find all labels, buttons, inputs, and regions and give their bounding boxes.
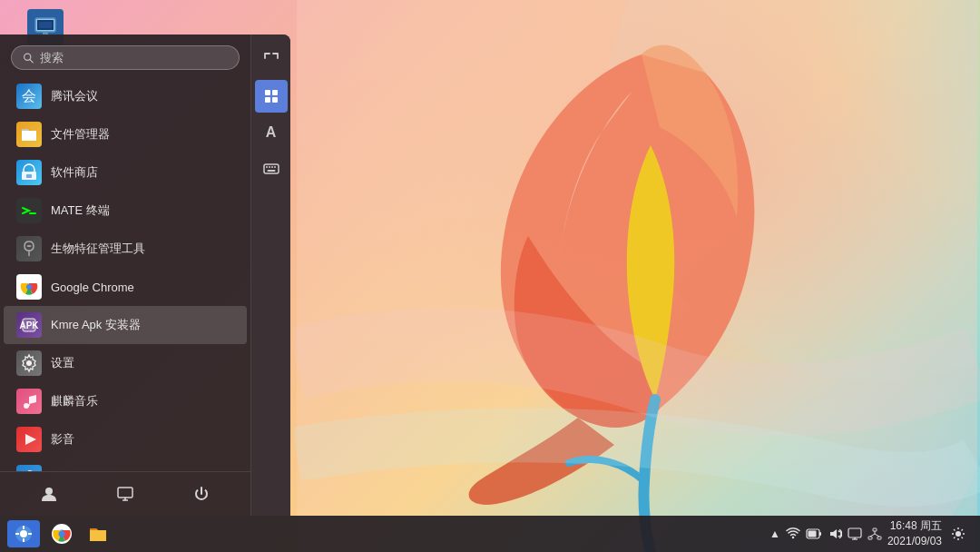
svg-marker-24: [25, 434, 36, 445]
taskbar-chrome[interactable]: [45, 518, 78, 550]
expand-icon: [263, 52, 279, 68]
taskbar: ▲: [0, 516, 980, 552]
svg-point-65: [956, 531, 961, 537]
app-label-settings: 设置: [51, 355, 74, 371]
svg-text:会: 会: [22, 88, 36, 104]
network-icon[interactable]: [867, 527, 882, 541]
svg-line-64: [875, 534, 879, 537]
app-icon-tencent-meeting: 会: [16, 84, 42, 109]
tray-overflow-icon[interactable]: ▲: [769, 527, 780, 540]
menu-bottom-bar: [0, 471, 250, 516]
app-label-tencent-meeting: 腾讯会议: [51, 88, 98, 104]
app-item-updater[interactable]: 软件更新器: [4, 458, 247, 471]
wallpaper: [294, 0, 980, 552]
monitor-icon: [116, 485, 134, 503]
svg-line-72: [962, 529, 964, 531]
svg-rect-60: [868, 537, 872, 539]
clock-time: 16:48 周五: [887, 518, 942, 534]
keyboard-icon: [263, 161, 279, 177]
app-icon-kirin-music: [16, 389, 42, 414]
expand-button[interactable]: [255, 44, 288, 76]
svg-point-22: [24, 403, 29, 409]
svg-rect-13: [26, 174, 32, 178]
taskbar-files[interactable]: [82, 518, 114, 550]
app-icon-google-chrome: [16, 274, 42, 300]
power-button[interactable]: [187, 479, 216, 508]
brightness-icon[interactable]: [951, 527, 965, 541]
system-tray: ▲: [769, 518, 973, 549]
app-item-video[interactable]: 影音: [4, 420, 247, 458]
app-item-google-chrome[interactable]: Google Chrome: [4, 268, 247, 306]
svg-rect-31: [118, 488, 132, 498]
power-icon: [192, 485, 211, 503]
start-button[interactable]: [7, 520, 40, 547]
svg-line-71: [962, 537, 964, 539]
svg-rect-61: [877, 537, 881, 539]
app-label-video: 影音: [51, 431, 74, 448]
wifi-icon[interactable]: [786, 527, 800, 541]
start-icon: [14, 524, 34, 544]
app-icon-app-store: [16, 160, 42, 185]
grid-icon: [263, 88, 279, 104]
app-item-bio-manager[interactable]: 生物特征管理工具: [4, 230, 247, 268]
app-label-kirin-music: 麒麟音乐: [51, 393, 98, 409]
taskbar-clock[interactable]: 16:48 周五 2021/09/03: [887, 518, 946, 549]
computer-button[interactable]: [111, 479, 140, 508]
app-label-google-chrome: Google Chrome: [51, 281, 134, 294]
svg-rect-56: [848, 528, 861, 537]
app-icon-video: [16, 427, 42, 452]
app-item-mate-terminal[interactable]: MATE 终端: [4, 192, 247, 230]
svg-rect-36: [265, 97, 270, 103]
font-button[interactable]: A: [255, 116, 288, 149]
svg-rect-34: [265, 90, 270, 95]
app-label-app-store: 软件商店: [51, 164, 98, 181]
svg-rect-59: [873, 528, 877, 531]
taskbar-files-icon: [87, 523, 109, 545]
svg-line-70: [954, 529, 956, 531]
svg-rect-37: [272, 97, 278, 103]
menu-left-panel: 会腾讯会议文件管理器软件商店MATE 终端生物特征管理工具Google Chro…: [0, 34, 250, 516]
app-icon-updater: [16, 465, 42, 471]
volume-icon[interactable]: [828, 527, 842, 541]
search-input[interactable]: [40, 51, 228, 64]
app-item-kmre-apk[interactable]: APKKmre Apk 安装器: [4, 306, 247, 344]
svg-rect-35: [272, 90, 278, 95]
svg-rect-8: [39, 22, 52, 28]
app-icon-kmre-apk: APK: [16, 312, 42, 338]
svg-point-45: [20, 530, 27, 537]
app-item-app-store[interactable]: 软件商店: [4, 153, 247, 192]
app-item-file-manager[interactable]: 文件管理器: [4, 115, 247, 153]
app-item-tencent-meeting[interactable]: 会腾讯会议: [4, 77, 247, 115]
svg-rect-54: [819, 532, 821, 536]
keyboard-button[interactable]: [255, 153, 288, 185]
svg-rect-55: [808, 531, 816, 537]
grid-button[interactable]: [255, 80, 288, 113]
battery-icon[interactable]: [806, 527, 822, 540]
font-icon: A: [266, 124, 277, 141]
app-icon-file-manager: [16, 122, 42, 147]
menu-right-panel: A: [250, 34, 290, 516]
start-menu: 会腾讯会议文件管理器软件商店MATE 终端生物特征管理工具Google Chro…: [0, 34, 290, 516]
svg-line-10: [30, 59, 33, 62]
svg-rect-38: [264, 164, 279, 173]
svg-point-18: [26, 284, 32, 290]
svg-line-63: [870, 534, 875, 537]
app-icon-bio-manager: [16, 236, 42, 261]
svg-point-30: [45, 488, 53, 495]
svg-point-52: [59, 531, 65, 537]
app-label-file-manager: 文件管理器: [51, 126, 110, 143]
app-label-bio-manager: 生物特征管理工具: [51, 241, 145, 257]
user-button[interactable]: [34, 479, 64, 508]
app-item-settings[interactable]: 设置: [4, 344, 247, 382]
app-item-kirin-music[interactable]: 麒麟音乐: [4, 382, 247, 420]
app-label-mate-terminal: MATE 终端: [51, 202, 110, 219]
search-bar[interactable]: [11, 45, 240, 70]
display-icon[interactable]: [848, 527, 862, 541]
clock-date: 2021/09/03: [887, 534, 942, 549]
app-icon-settings: [16, 350, 42, 376]
svg-line-73: [954, 537, 956, 539]
svg-text:APK: APK: [19, 320, 39, 330]
search-icon: [23, 52, 34, 64]
user-icon: [40, 485, 58, 503]
app-list: 会腾讯会议文件管理器软件商店MATE 终端生物特征管理工具Google Chro…: [0, 77, 250, 471]
